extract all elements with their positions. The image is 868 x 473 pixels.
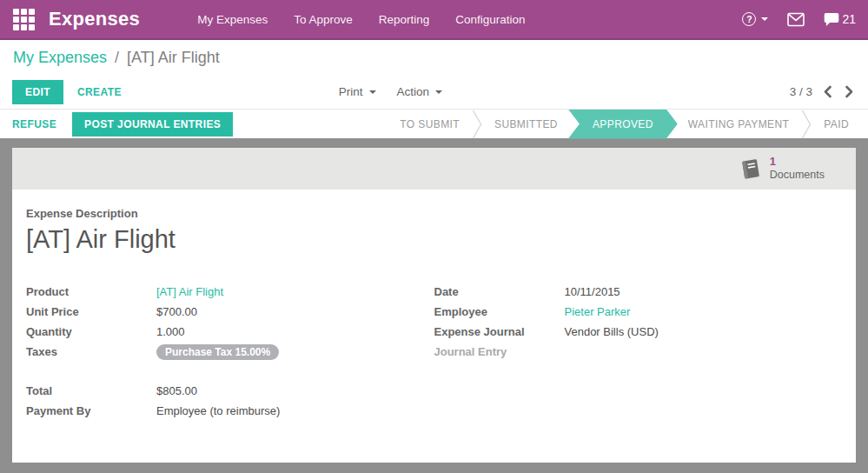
chevron-down-icon (761, 17, 768, 21)
messages-envelope-icon[interactable] (787, 12, 805, 27)
expenses-app-screen: Expenses My Expenses To Approve Reportin… (0, 0, 868, 473)
field-value: Vendor Bills (USD) (565, 325, 659, 338)
book-icon (739, 157, 762, 181)
sheet-body: Expense Description [AT] Air Flight Prod… (12, 190, 856, 463)
field-product: Product [AT] Air Flight (26, 282, 434, 302)
field-label: Taxes (26, 345, 156, 358)
chevron-right-icon (845, 85, 854, 98)
menu-item-reporting[interactable]: Reporting (379, 13, 430, 26)
navbar-right-tools: ? 21 (742, 12, 868, 27)
stage-submitted[interactable]: SUBMITTED (482, 110, 570, 139)
field-value: $700.00 (156, 305, 197, 318)
documents-label: Documents (770, 169, 825, 183)
total-value: $805.00 (156, 384, 197, 397)
chevron-down-icon (435, 90, 442, 94)
chat-bubble-icon (824, 12, 839, 27)
field-value: Employee (to reimburse) (156, 404, 280, 417)
action-dropdown[interactable]: Action (397, 85, 443, 98)
documents-count: 1 (770, 155, 776, 169)
field-payment-by: Payment By Employee (to reimburse) (26, 401, 842, 421)
refuse-button[interactable]: REFUSE (12, 118, 56, 130)
app-title: Expenses (49, 8, 140, 30)
form-sheet: 1 Documents Expense Description [AT] Air… (12, 148, 856, 463)
action-dropdown-label: Action (397, 85, 430, 98)
field-unit-price: Unit Price $700.00 (26, 302, 434, 322)
status-pipeline: TO SUBMIT SUBMITTED APPROVED WAITING PAY… (388, 110, 868, 139)
totals-group: Total $805.00 Payment By Employee (to re… (26, 381, 842, 421)
field-value: 1.000 (156, 325, 185, 338)
field-label: Quantity (26, 325, 156, 338)
stage-paid[interactable]: PAID (812, 110, 861, 139)
field-group-right: Date 10/11/2015 Employee Pieter Parker E… (434, 282, 843, 362)
field-expense-journal: Expense Journal Vendor Bills (USD) (434, 322, 843, 342)
field-groups: Product [AT] Air Flight Unit Price $700.… (26, 282, 842, 362)
menu-item-my-expenses[interactable]: My Expenses (197, 13, 268, 26)
expense-title: [AT] Air Flight (26, 225, 842, 254)
field-taxes: Taxes Purchase Tax 15.00% (26, 342, 434, 362)
stage-separator-icon (801, 110, 812, 139)
stage-separator-icon (472, 110, 482, 139)
stage-approved[interactable]: APPROVED (568, 110, 678, 139)
print-dropdown[interactable]: Print (339, 85, 376, 98)
field-label: Unit Price (26, 305, 156, 318)
field-label: Journal Entry (434, 345, 565, 358)
pager-value: 3 / 3 (790, 85, 812, 98)
control-dropdowns: Print Action (339, 85, 442, 98)
record-pager: 3 / 3 (790, 83, 856, 100)
help-menu-button[interactable]: ? (742, 12, 768, 26)
field-label: Expense Journal (434, 325, 565, 338)
field-total: Total $805.00 (26, 381, 842, 401)
documents-stat: 1 Documents (770, 155, 825, 183)
tax-tag: Purchase Tax 15.00% (156, 344, 279, 360)
employee-link[interactable]: Pieter Parker (565, 305, 631, 318)
field-value: 10/11/2015 (565, 285, 620, 298)
menu-item-to-approve[interactable]: To Approve (294, 13, 353, 26)
product-link[interactable]: [AT] Air Flight (156, 285, 223, 298)
chat-count: 21 (842, 12, 856, 26)
print-dropdown-label: Print (339, 85, 363, 98)
edit-button[interactable]: EDIT (12, 80, 63, 104)
breadcrumb-separator: / (115, 49, 119, 67)
sheet-button-box: 1 Documents (12, 148, 856, 190)
field-label: Product (26, 285, 156, 298)
field-journal-entry: Journal Entry (434, 342, 843, 362)
field-employee: Employee Pieter Parker (434, 302, 843, 322)
main-menu: My Expenses To Approve Reporting Configu… (197, 13, 525, 26)
field-label: Date (434, 285, 565, 298)
field-quantity: Quantity 1.000 (26, 322, 434, 342)
chevron-down-icon (369, 90, 376, 94)
content-background: 1 Documents Expense Description [AT] Air… (0, 138, 868, 473)
top-navbar: Expenses My Expenses To Approve Reportin… (0, 0, 868, 40)
breadcrumb: My Expenses / [AT] Air Flight (0, 40, 868, 75)
chat-messages-button[interactable]: 21 (824, 12, 856, 27)
stage-to-submit[interactable]: TO SUBMIT (388, 110, 472, 139)
create-button[interactable]: CREATE (77, 86, 122, 98)
breadcrumb-current: [AT] Air Flight (127, 49, 220, 67)
help-icon: ? (742, 12, 756, 26)
documents-button[interactable]: 1 Documents (739, 155, 825, 183)
stage-waiting-payment[interactable]: WAITING PAYMENT (676, 110, 801, 139)
field-label: Employee (434, 305, 565, 318)
statusbar: REFUSE POST JOURNAL ENTRIES TO SUBMIT SU… (0, 109, 868, 138)
field-label: Payment By (26, 404, 156, 417)
chevron-left-icon (823, 85, 832, 98)
field-label: Total (26, 384, 156, 397)
apps-grid-icon[interactable] (10, 8, 36, 30)
menu-item-configuration[interactable]: Configuration (455, 13, 525, 26)
description-label: Expense Description (26, 207, 842, 220)
pager-previous-button[interactable] (821, 83, 834, 100)
breadcrumb-parent-link[interactable]: My Expenses (13, 49, 107, 67)
field-date: Date 10/11/2015 (434, 282, 843, 302)
post-journal-entries-button[interactable]: POST JOURNAL ENTRIES (72, 112, 233, 137)
pager-next-button[interactable] (843, 83, 856, 100)
field-group-left: Product [AT] Air Flight Unit Price $700.… (26, 282, 434, 362)
control-panel: EDIT CREATE Print Action 3 / 3 (0, 75, 868, 109)
